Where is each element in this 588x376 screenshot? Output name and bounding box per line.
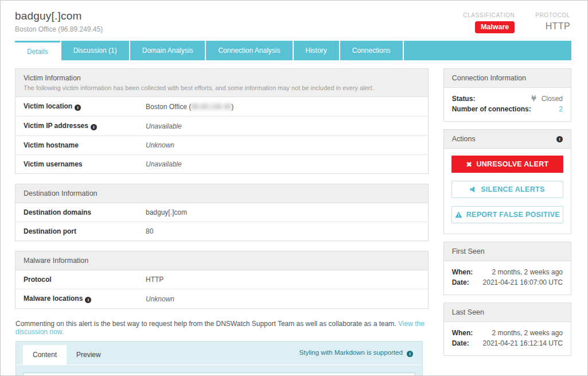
info-icon[interactable]: i	[85, 297, 91, 303]
tab-bar-filler	[404, 41, 571, 60]
destination-information-panel: Destination Information Destination doma…	[15, 184, 429, 241]
destination-domains-value: badguy[.]com	[146, 208, 187, 216]
protocol-value: HTTP	[535, 21, 570, 32]
info-icon[interactable]: i	[556, 136, 563, 142]
content-area: Victim Information The following victim …	[1, 60, 587, 376]
alert-domain-title: badguy[.]com	[15, 10, 103, 22]
alert-location-subtitle: Boston Office (96.89.249.45)	[15, 25, 103, 33]
connections-row: Number of connections: 2	[452, 104, 563, 114]
victim-information-header: Victim Information The following victim …	[15, 69, 428, 97]
page-header: badguy[.]com Boston Office (96.89.249.45…	[1, 1, 587, 33]
victim-ip-value: Unavailable	[146, 122, 182, 130]
when-label: When:	[452, 329, 473, 337]
classification-block: CLASSIFICATION Malware	[463, 12, 515, 33]
first-seen-date-row: Date: 2021-04-21 16:07:00 UTC	[452, 277, 563, 288]
tab-history[interactable]: History	[294, 41, 339, 60]
connection-information-header: Connection Information	[444, 69, 571, 88]
malware-information-panel: Malware Information Protocol HTTP Malwar…	[15, 251, 429, 309]
tab-preview[interactable]: Preview	[67, 345, 111, 365]
comment-editor: Content Preview Styling with Markdown is…	[15, 341, 423, 376]
date-value: 2021-04-21 16:12:14 UTC	[483, 339, 563, 347]
sidebar: Connection Information Status: Closed Nu…	[443, 68, 571, 363]
table-row: Destination domains badguy[.]com	[15, 203, 428, 222]
alert-meta-block: CLASSIFICATION Malware PROTOCOL HTTP	[463, 10, 570, 33]
table-row: Destination port 80	[15, 222, 428, 241]
classification-badge: Malware	[475, 21, 515, 33]
table-row: Malware locationsi Unknown	[15, 289, 428, 308]
table-row: Protocol HTTP	[15, 270, 428, 289]
tab-content[interactable]: Content	[23, 345, 67, 365]
destination-port-label: Destination port	[24, 227, 146, 235]
tab-domain-analysis[interactable]: Domain Analysis	[130, 41, 205, 60]
classification-label: CLASSIFICATION	[463, 12, 515, 18]
info-icon[interactable]: i	[91, 124, 97, 130]
protocol-row-label: Protocol	[24, 276, 146, 284]
last-seen-date-row: Date: 2021-04-21 16:12:14 UTC	[452, 338, 563, 348]
status-label: Status:	[452, 95, 476, 103]
comment-input[interactable]	[23, 373, 415, 376]
victim-information-title: Victim Information	[24, 74, 420, 82]
table-row: Victim hostname Unknown	[15, 136, 428, 155]
first-seen-header: First Seen	[444, 242, 571, 261]
table-row: Victim locationi Boston Office (96.89.24…	[15, 97, 428, 117]
connections-label: Number of connections:	[452, 105, 531, 113]
first-seen-when-row: When: 2 months, 2 weeks ago	[452, 267, 563, 277]
when-label: When:	[452, 268, 473, 276]
status-row: Status: Closed	[452, 94, 563, 104]
comment-intro-text: Commenting on this alert is the best way…	[15, 320, 429, 336]
first-seen-panel: First Seen When: 2 months, 2 weeks ago D…	[443, 242, 571, 295]
protocol-block: PROTOCOL HTTP	[535, 12, 570, 33]
victim-hostname-label: Victim hostname	[24, 141, 146, 149]
last-seen-panel: Last Seen When: 2 months, 2 weeks ago Da…	[443, 303, 571, 356]
alert-details-page: badguy[.]com Boston Office (96.89.249.45…	[0, 0, 588, 376]
first-seen-title: First Seen	[452, 247, 563, 255]
tab-bar: Details Discussion (1) Domain Analysis C…	[15, 41, 571, 60]
redacted-ip: 96.89.249.45	[191, 103, 231, 111]
table-row: Victim usernames Unavailable	[15, 155, 428, 173]
main-column: Victim Information The following victim …	[15, 68, 429, 376]
connections-count-link[interactable]: 2	[559, 105, 563, 113]
destination-information-title: Destination Information	[24, 189, 420, 197]
protocol-row-value: HTTP	[146, 276, 163, 284]
victim-ip-label: Victim IP addresses	[24, 122, 88, 130]
plug-icon	[531, 95, 537, 102]
tab-connections[interactable]: Connections	[340, 41, 403, 60]
status-value: Closed	[531, 95, 563, 103]
table-row: Victim IP addressesi Unavailable	[15, 117, 428, 136]
victim-location-value: Boston Office (96.89.249.45)	[146, 103, 233, 111]
mute-icon	[470, 186, 477, 193]
destination-information-header: Destination Information	[15, 184, 428, 203]
victim-usernames-label: Victim usernames	[24, 160, 146, 168]
last-seen-when-row: When: 2 months, 2 weeks ago	[452, 328, 563, 338]
tab-connection-analysis[interactable]: Connection Analysis	[206, 41, 292, 60]
date-label: Date:	[452, 339, 469, 347]
silence-alerts-button[interactable]: SILENCE ALERTS	[451, 181, 563, 198]
tab-discussion[interactable]: Discussion (1)	[61, 41, 129, 60]
report-false-positive-button[interactable]: REPORT FALSE POSITIVE	[451, 206, 563, 223]
destination-domains-label: Destination domains	[24, 208, 146, 216]
warning-icon	[455, 211, 462, 218]
x-icon: ✖	[466, 160, 472, 169]
malware-information-title: Malware Information	[24, 257, 420, 265]
victim-information-subtitle: The following victim information has bee…	[24, 84, 420, 91]
victim-location-label: Victim location	[24, 102, 72, 110]
last-seen-title: Last Seen	[452, 308, 563, 316]
when-value: 2 months, 2 weeks ago	[492, 268, 563, 276]
victim-hostname-value: Unknown	[146, 141, 174, 149]
tab-details[interactable]: Details	[15, 41, 60, 60]
connection-information-title: Connection Information	[452, 74, 563, 82]
unresolve-alert-button[interactable]: ✖ UNRESOLVE ALERT	[451, 156, 563, 173]
protocol-label: PROTOCOL	[535, 12, 570, 18]
info-icon[interactable]: i	[407, 351, 413, 357]
actions-title: Actions	[452, 135, 476, 143]
info-icon[interactable]: i	[75, 104, 81, 111]
last-seen-header: Last Seen	[444, 303, 571, 322]
when-value: 2 months, 2 weeks ago	[492, 329, 563, 337]
victim-usernames-value: Unavailable	[146, 160, 182, 168]
destination-port-value: 80	[146, 227, 153, 235]
actions-panel: Actions i ✖ UNRESOLVE ALERT SILENCE ALER…	[443, 129, 571, 234]
alert-title-block: badguy[.]com Boston Office (96.89.249.45…	[15, 10, 103, 33]
connection-information-panel: Connection Information Status: Closed Nu…	[443, 68, 571, 122]
malware-locations-value: Unknown	[146, 295, 174, 303]
comment-editor-tabs: Content Preview Styling with Markdown is…	[16, 342, 422, 365]
